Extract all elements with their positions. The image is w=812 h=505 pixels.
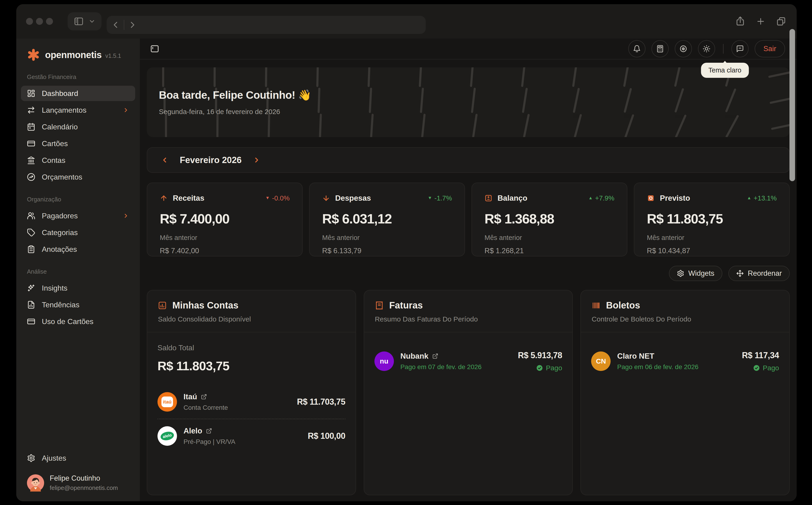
window-minimize-button[interactable] [36,18,43,25]
logout-button[interactable]: Sair [755,40,785,57]
stat-prev-value: R$ 6.133,79 [322,247,452,255]
forecast-icon [647,194,655,202]
triangle-down-icon: ▼ [265,195,270,200]
status-badge: Pago [518,364,562,372]
stat-label: Receitas [173,194,204,202]
budget-goal-icon [27,173,35,181]
widget-boletos: Boletos Controle De Boletos Do Período C… [580,290,790,495]
notifications-button[interactable] [628,40,645,57]
new-tab-icon[interactable] [756,16,766,26]
back-button[interactable] [111,20,120,29]
feedback-chat-button[interactable] [732,40,749,57]
stat-prev-label: Mês anterior [160,234,289,241]
trend-badge: ▼-1.7% [428,194,452,202]
bill-row-claro-net[interactable]: CN Claro NET Pago em 06 de fev. de 2026 … [591,344,779,379]
chevron-right-icon [123,107,129,113]
users-icon [27,212,35,220]
browser-sidebar-toggle[interactable] [67,12,102,30]
sparkles-icon [27,284,35,292]
sidebar-item-anotacoes[interactable]: Anotações [21,241,135,257]
theme-toggle-button[interactable] [698,40,715,57]
sidebar-item-uso-de-cartoes[interactable]: Uso de Cartões [21,314,135,329]
next-month-button[interactable] [253,156,261,164]
sidebar-item-ajustes[interactable]: Ajustes [21,451,135,466]
sidebar-item-calendario[interactable]: Calendário [21,119,135,135]
bank-icon [27,156,35,164]
dashboard-icon [27,89,35,98]
window-close-button[interactable] [26,18,33,25]
itau-logo: itaú [158,392,177,411]
gear-icon [677,270,684,277]
arrow-up-icon [160,194,168,202]
calendar-icon [27,123,35,131]
transactions-icon [27,106,35,114]
account-value: R$ 100,00 [308,431,345,441]
move-icon [736,270,744,277]
sidebar-nav: Gestão Financeira Dashboard Lançamentos [16,71,140,451]
chevron-right-icon [123,212,129,219]
sidebar-collapse-button[interactable] [150,44,159,53]
sidebar-item-label: Anotações [42,245,77,254]
sidebar-item-insights[interactable]: Insights [21,280,135,296]
stat-card-receitas[interactable]: Receitas ▼-0.0% R$ 7.400,00 Mês anterior… [147,183,302,257]
sidebar-item-orcamentos[interactable]: Orçamentos [21,169,135,185]
sidebar-item-categorias[interactable]: Categorias [21,225,135,240]
user-profile[interactable]: Felipe Coutinho felipe@openmonetis.com [21,467,135,493]
status-badge: Pago [742,364,779,372]
app-name: openmonetis [45,50,102,60]
prev-month-button[interactable] [161,156,169,164]
external-link-icon[interactable] [206,428,212,434]
asterisk-logo-icon [27,48,40,61]
alelo-logo: alelo [158,426,177,446]
stat-value: R$ 1.368,88 [484,211,614,226]
sidebar-item-cartoes[interactable]: Cartões [21,136,135,151]
stat-card-previsto[interactable]: Previsto ▲+13.1% R$ 11.803,75 Mês anteri… [634,183,790,257]
total-value: R$ 11.803,75 [158,359,345,373]
reorder-button[interactable]: Reordenar [729,266,790,281]
sidebar-item-tendencias[interactable]: Tendências [21,297,135,312]
sidebar-item-contas[interactable]: Contas [21,153,135,168]
account-row-itau[interactable]: itaú Itaú Conta Corrente R$ 11.703,75 [158,385,345,418]
widget-title: Boletos [606,300,640,311]
account-name: Itaú [184,392,197,401]
sidebar-item-pagadores[interactable]: Pagadores [21,208,135,223]
external-link-icon[interactable] [201,394,207,400]
account-row-alelo[interactable]: alelo Alelo Pré-Pago | VR/VA R$ 100,00 [158,418,345,453]
stat-label: Balanço [497,194,527,202]
widget-minhas-contas: Minhas Contas Saldo Consolidado Disponív… [147,290,356,495]
sidebar-item-label: Dashboard [42,89,78,98]
file-chart-icon [27,301,35,309]
share-icon[interactable] [735,16,745,26]
tab-overview-icon[interactable] [776,16,786,26]
bill-value: R$ 117,34 [742,350,779,360]
stat-card-balanco[interactable]: Balanço ▲+7.9% R$ 1.368,88 Mês anterior … [471,183,627,257]
calculator-button[interactable] [651,40,669,57]
invoice-row-nubank[interactable]: nu Nubank Pago em 07 de fev. de 2026 R$ … [374,344,562,379]
chevron-down-icon [88,18,95,25]
widget-subtitle: Controle De Boletos Do Período [592,315,779,323]
window-scrollbar[interactable] [790,29,795,181]
main-header: Sair [140,38,797,59]
greeting-date: Segunda-feira, 16 de fevereiro de 2026 [159,108,790,116]
widgets-button[interactable]: Widgets [669,266,722,281]
window-zoom-button[interactable] [46,18,53,25]
forward-button[interactable] [128,20,137,29]
nav-section-label: Gestão Financeira [21,73,135,80]
user-email: felipe@openmonetis.com [50,484,118,492]
sidebar-item-lancamentos[interactable]: Lançamentos [21,103,135,118]
nav-section-label: Organização [21,196,135,203]
sidebar-item-label: Categorias [42,228,78,237]
sidebar-item-dashboard[interactable]: Dashboard [21,86,135,101]
invoice-name: Nubank [400,352,428,360]
gear-icon [27,454,35,462]
sidebar-item-label: Orçamentos [42,173,82,181]
greeting-banner: Boa tarde, Felipe Coutinho! 👋 Segunda-fe… [147,67,790,137]
banner-pattern [147,67,790,137]
widget-title: Faturas [389,300,423,311]
claro-net-avatar: CN [591,351,611,371]
theme-tooltip: Tema claro [701,63,749,78]
nav-section-label: Análise [21,268,135,275]
privacy-eye-button[interactable] [675,40,692,57]
external-link-icon[interactable] [432,353,438,359]
stat-card-despesas[interactable]: Despesas ▼-1.7% R$ 6.031,12 Mês anterior… [309,183,465,257]
